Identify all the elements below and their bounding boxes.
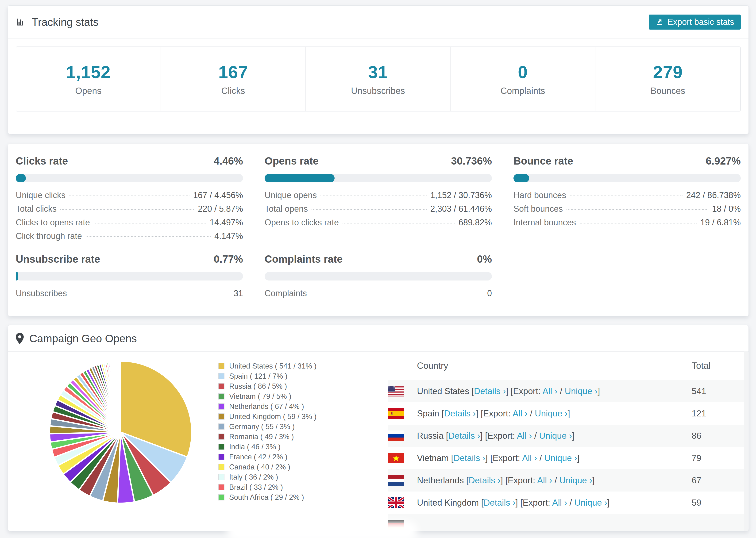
stat-label: Opens bbox=[75, 86, 101, 96]
rate-progress-fill bbox=[16, 272, 18, 281]
legend-label: Netherlands ( 67 / 4% ) bbox=[229, 402, 304, 411]
bracket: [ bbox=[481, 498, 484, 508]
export-all-link[interactable]: All › bbox=[537, 476, 552, 485]
rate-row-label: Click through rate bbox=[16, 231, 82, 241]
legend-label: South Africa ( 29 / 2% ) bbox=[229, 493, 304, 502]
rate-row-value: 14.497% bbox=[210, 218, 243, 228]
geo-country-table: Country Total United States [Details ›] … bbox=[388, 351, 748, 531]
geo-opens-pie-chart[interactable] bbox=[47, 358, 195, 506]
rate-stat-row: Clicks to opens rate 14.497% bbox=[16, 218, 243, 231]
details-link[interactable]: Details › bbox=[474, 386, 506, 396]
rate-stat-row: Total opens 2,303 / 61.446% bbox=[265, 204, 492, 218]
country-name: United Kingdom bbox=[417, 498, 481, 508]
rate-row-label: Soft bounces bbox=[513, 204, 563, 214]
bracket: [ bbox=[442, 409, 444, 418]
dotted-leader bbox=[567, 209, 708, 210]
details-link[interactable]: Details › bbox=[484, 498, 515, 508]
export-all-link[interactable]: All › bbox=[522, 453, 537, 463]
dotted-leader bbox=[94, 223, 206, 224]
table-scrollbar[interactable] bbox=[744, 351, 748, 531]
details-link[interactable]: Details › bbox=[454, 453, 486, 463]
details-link[interactable]: Details › bbox=[469, 476, 501, 485]
rate-progress-fill bbox=[265, 174, 335, 183]
legend-item: Vietnam ( 79 / 5% ) bbox=[218, 391, 316, 402]
export-all-link[interactable]: All › bbox=[543, 386, 558, 396]
rate-stat-row: Soft bounces 18 / 0% bbox=[513, 204, 741, 218]
table-row: Vietnam [Details ›] [Export: All › / Uni… bbox=[388, 447, 748, 469]
slash: / bbox=[552, 476, 560, 485]
total-cell: 86 bbox=[692, 431, 701, 441]
rate-row-value: 18 / 0% bbox=[712, 204, 741, 214]
legend-item: Spain ( 121 / 7% ) bbox=[218, 371, 316, 381]
campaign-geo-opens-card: Campaign Geo Opens United States ( 541 /… bbox=[8, 325, 749, 531]
legend-swatch bbox=[218, 383, 225, 389]
export-all-link[interactable]: All › bbox=[517, 431, 532, 441]
legend-swatch bbox=[218, 403, 225, 409]
rate-row-value: 4.147% bbox=[214, 231, 243, 241]
legend-item: United Kingdom ( 59 / 3% ) bbox=[218, 411, 316, 422]
country-cell: United States [Details ›] [Export: All ›… bbox=[417, 386, 600, 396]
rate-stat-row: Unsubscribes 31 bbox=[16, 289, 243, 302]
rate-row-value: 242 / 86.738% bbox=[686, 190, 741, 200]
export-unique-link[interactable]: Unique › bbox=[544, 453, 577, 463]
rate-row-label: Opens to clicks rate bbox=[265, 218, 339, 228]
country-flag-icon bbox=[388, 497, 404, 508]
legend-swatch bbox=[218, 444, 225, 450]
legend-label: India ( 46 / 3% ) bbox=[229, 443, 281, 451]
export-unique-link[interactable]: Unique › bbox=[565, 386, 598, 396]
summary-stats-grid: 1,152 Opens 167 Clicks 31 Unsubscribes 0… bbox=[16, 46, 741, 112]
stat-label: Complaints bbox=[501, 86, 545, 96]
legend-item: Russia ( 86 / 5% ) bbox=[218, 381, 316, 391]
slash: / bbox=[527, 409, 535, 418]
legend-item: Italy ( 36 / 2% ) bbox=[218, 472, 316, 482]
rate-stat-row: Opens to clicks rate 689.82% bbox=[265, 218, 492, 231]
bracket: [ bbox=[471, 386, 474, 396]
summary-stat-cell: 167 Clicks bbox=[161, 47, 306, 111]
legend-label: Russia ( 86 / 5% ) bbox=[229, 382, 287, 391]
table-row: United States [Details ›] [Export: All ›… bbox=[388, 380, 748, 402]
bracket: ] bbox=[607, 498, 610, 508]
legend-swatch bbox=[218, 474, 225, 480]
export-basic-stats-button[interactable]: Export basic stats bbox=[649, 15, 741, 29]
rate-title: Unsubscribe rate bbox=[16, 253, 100, 265]
bar-chart-icon bbox=[16, 17, 26, 27]
dotted-leader bbox=[60, 209, 194, 210]
legend-swatch bbox=[218, 423, 225, 430]
export-label: [Export: bbox=[490, 453, 522, 463]
details-link[interactable]: Details › bbox=[444, 409, 476, 418]
export-all-link[interactable]: All › bbox=[513, 409, 527, 418]
dotted-leader bbox=[320, 195, 427, 196]
country-cell: Spain [Details ›] [Export: All › / Uniqu… bbox=[417, 409, 570, 418]
rate-progress-track bbox=[265, 272, 492, 281]
legend-item: Canada ( 40 / 2% ) bbox=[218, 462, 316, 472]
pie-legend: United States ( 541 / 31% ) Spain ( 121 … bbox=[218, 361, 316, 502]
legend-swatch bbox=[218, 454, 225, 460]
rate-title: Bounce rate bbox=[513, 155, 573, 167]
table-row: Russia [Details ›] [Export: All › / Uniq… bbox=[388, 425, 748, 447]
bracket: [ bbox=[451, 453, 453, 463]
legend-swatch bbox=[218, 464, 225, 470]
rate-block: Complaints rate 0% Complaints 0 bbox=[265, 253, 492, 302]
dotted-leader bbox=[580, 223, 697, 224]
export-unique-link[interactable]: Unique › bbox=[539, 431, 572, 441]
legend-label: Vietnam ( 79 / 5% ) bbox=[229, 392, 291, 401]
country-name: Russia bbox=[417, 431, 446, 441]
export-all-link[interactable]: All › bbox=[552, 498, 567, 508]
table-row bbox=[388, 514, 748, 531]
rate-stat-row: Hard bounces 242 / 86.738% bbox=[513, 190, 741, 204]
country-name: Spain bbox=[417, 409, 442, 418]
rate-row-value: 2,303 / 61.446% bbox=[430, 204, 492, 214]
rate-row-label: Unsubscribes bbox=[16, 289, 67, 298]
bracket: [ bbox=[466, 476, 469, 485]
bracket: ] bbox=[485, 453, 490, 463]
dotted-leader bbox=[69, 195, 189, 196]
export-unique-link[interactable]: Unique › bbox=[535, 409, 568, 418]
stat-value: 1,152 bbox=[66, 62, 111, 82]
stat-value: 167 bbox=[218, 62, 248, 82]
export-unique-link[interactable]: Unique › bbox=[574, 498, 607, 508]
export-unique-link[interactable]: Unique › bbox=[560, 476, 592, 485]
total-cell: 59 bbox=[692, 498, 701, 508]
rate-row-value: 0 bbox=[487, 289, 492, 298]
dotted-leader bbox=[71, 294, 230, 295]
details-link[interactable]: Details › bbox=[449, 431, 480, 441]
